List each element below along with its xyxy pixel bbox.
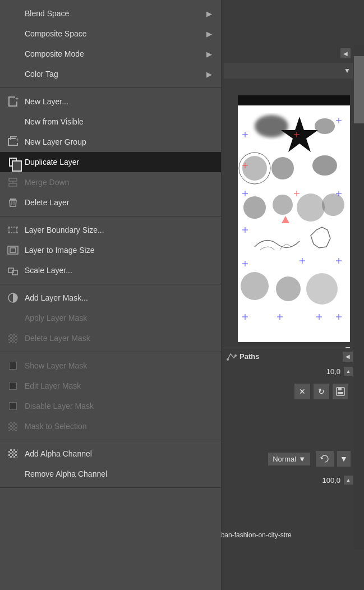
menu-item-scale-layer[interactable]: Scale Layer...: [0, 260, 221, 280]
svg-rect-53: [9, 178, 17, 181]
refresh-icon[interactable]: ↻: [314, 384, 329, 399]
color-tag-arrow-icon: ▶: [206, 70, 212, 79]
edit-layer-mask-label: Edit Layer Mask: [25, 381, 212, 390]
color-tag-label: Color Tag: [25, 70, 201, 79]
layer-name-text: urban-fashion-on-city-stre: [213, 531, 292, 539]
composite-mode-label: Composite Mode: [25, 49, 201, 58]
composite-mode-icon: [7, 48, 19, 60]
scrollbar[interactable]: [354, 45, 364, 550]
menu-item-blend-space[interactable]: Blend Space ▶: [0, 3, 221, 24]
menu-item-new-layer-group[interactable]: New Layer Group: [0, 132, 221, 152]
menu-item-mask-to-selection[interactable]: Mask to Selection: [0, 416, 221, 436]
menu-item-composite-mode[interactable]: Composite Mode ▶: [0, 44, 221, 64]
blend-mode-label: Normal: [273, 455, 296, 463]
menu-item-delete-layer[interactable]: Delete Layer: [0, 192, 221, 213]
apply-layer-mask-icon: [7, 312, 19, 324]
menu-item-add-alpha-channel[interactable]: Add Alpha Channel: [0, 444, 221, 464]
dropdown-row: ▼: [224, 63, 353, 79]
svg-rect-50: [338, 392, 343, 394]
delete-icon[interactable]: ✕: [294, 384, 310, 399]
delete-layer-mask-label: Delete Layer Mask: [25, 334, 212, 343]
add-alpha-channel-label: Add Alpha Channel: [25, 449, 212, 458]
svg-rect-49: [338, 388, 342, 390]
menu-item-duplicate-layer[interactable]: Duplicate Layer: [0, 152, 221, 172]
blend-space-icon: [7, 7, 19, 20]
add-layer-mask-icon: [7, 292, 19, 304]
collapse-button[interactable]: ◀: [340, 48, 351, 58]
menu-item-show-layer-mask[interactable]: Show Layer Mask: [0, 356, 221, 376]
svg-point-15: [276, 276, 301, 301]
delete-layer-label: Delete Layer: [25, 198, 212, 207]
menu-item-layer-boundary-size[interactable]: Layer Boundary Size...: [0, 220, 221, 240]
dropdown-arrow-icon[interactable]: ▼: [344, 67, 351, 75]
layer-name-row: urban-fashion-on-city-stre: [213, 527, 353, 543]
menu-item-delete-layer-mask[interactable]: Delete Layer Mask: [0, 328, 221, 348]
show-layer-mask-label: Show Layer Mask: [25, 361, 212, 370]
more-button[interactable]: ▼: [337, 451, 351, 467]
svg-rect-54: [9, 183, 17, 186]
mask-to-selection-label: Mask to Selection: [25, 422, 212, 431]
composite-space-icon: [7, 27, 19, 40]
value-display: 10,0: [326, 367, 340, 376]
menu-section-size: Layer Boundary Size... Layer to Image Si…: [0, 216, 221, 284]
duplicate-layer-icon: [7, 156, 19, 168]
opacity-spin-button[interactable]: ▲: [344, 476, 353, 485]
mask-to-selection-icon: [7, 420, 19, 432]
menu-item-edit-layer-mask[interactable]: Edit Layer Mask: [0, 376, 221, 396]
svg-point-52: [234, 354, 237, 357]
new-layer-group-icon: [7, 136, 19, 148]
value-row: 10,0 ▲: [224, 363, 353, 379]
menu-item-remove-alpha-channel[interactable]: Remove Alpha Channel: [0, 464, 221, 484]
svg-point-14: [241, 272, 269, 300]
new-layer-label: New Layer...: [25, 97, 212, 106]
svg-point-7: [242, 156, 267, 181]
menu-item-disable-layer-mask[interactable]: Disable Layer Mask: [0, 396, 221, 416]
scale-layer-label: Scale Layer...: [25, 266, 212, 275]
delete-layer-icon: [7, 196, 19, 209]
svg-point-16: [306, 273, 338, 305]
svg-point-12: [297, 193, 325, 222]
menu-section-layers: New Layer... New from Visible New Layer …: [0, 88, 221, 216]
new-from-visible-icon: [7, 116, 19, 128]
menu-item-layer-to-image-size[interactable]: Layer to Image Size: [0, 240, 221, 260]
menu-item-new-from-visible[interactable]: New from Visible: [0, 112, 221, 132]
svg-point-2: [255, 115, 288, 137]
layer-to-image-size-label: Layer to Image Size: [25, 246, 212, 255]
composite-space-label: Composite Space: [25, 29, 201, 38]
add-layer-mask-label: Add Layer Mask...: [25, 293, 212, 302]
svg-rect-1: [238, 95, 350, 105]
blend-space-label: Blend Space: [25, 9, 201, 18]
menu-item-new-layer[interactable]: New Layer...: [0, 91, 221, 112]
reset-button[interactable]: [316, 451, 334, 467]
scrollbar-thumb[interactable]: [354, 56, 364, 123]
opacity-row: 100,0 ▲: [224, 472, 353, 488]
svg-point-5: [315, 118, 335, 134]
menu-item-color-tag[interactable]: Color Tag ▶: [0, 64, 221, 84]
svg-rect-56: [10, 199, 16, 200]
add-alpha-channel-icon: [7, 448, 19, 460]
svg-point-8: [271, 157, 294, 179]
menu-item-merge-down[interactable]: Merge Down: [0, 172, 221, 192]
show-layer-mask-icon: [7, 359, 19, 372]
paths-collapse-button[interactable]: ◀: [343, 352, 353, 362]
delete-layer-mask-icon: [7, 332, 19, 344]
svg-point-11: [273, 195, 293, 215]
menu-item-apply-layer-mask[interactable]: Apply Layer Mask: [0, 308, 221, 328]
new-from-visible-label: New from Visible: [25, 117, 212, 126]
menu-item-composite-space[interactable]: Composite Space ▶: [0, 24, 221, 44]
svg-rect-64: [8, 246, 18, 254]
remove-alpha-channel-label: Remove Alpha Channel: [25, 469, 212, 478]
spin-up-button[interactable]: ▲: [344, 367, 353, 376]
svg-point-51: [227, 358, 229, 361]
save-icon[interactable]: [333, 384, 348, 399]
menu-item-add-layer-mask[interactable]: Add Layer Mask...: [0, 288, 221, 308]
new-layer-group-label: New Layer Group: [25, 137, 212, 146]
svg-rect-59: [9, 227, 17, 233]
icon-toolbar: ✕ ↻: [224, 381, 353, 402]
more-arrow-icon: ▼: [340, 454, 348, 463]
blend-mode-dropdown[interactable]: Normal ▼: [268, 453, 310, 465]
layer-boundary-size-label: Layer Boundary Size...: [25, 225, 212, 234]
paths-label: Paths: [239, 352, 343, 361]
merge-down-label: Merge Down: [25, 178, 212, 187]
opacity-value: 100,0: [322, 476, 340, 485]
